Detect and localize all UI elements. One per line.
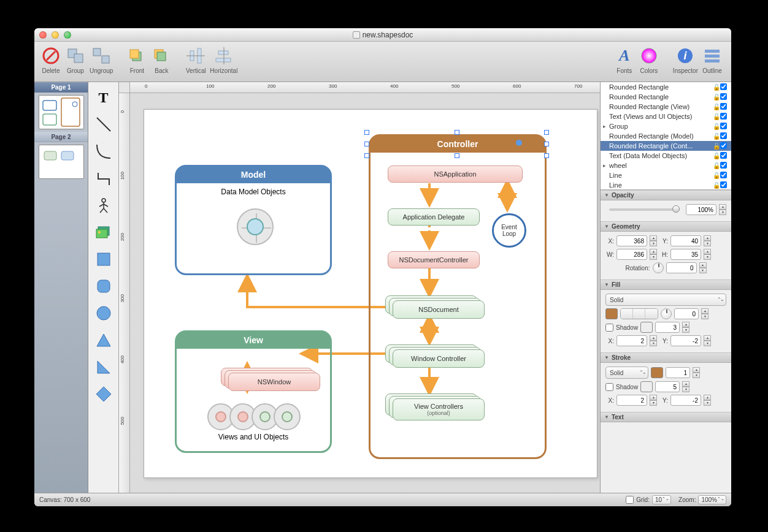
outline-row[interactable]: Rounded Rectangle🔓 — [601, 92, 731, 102]
outline-row[interactable]: Rounded Rectangle (View)🔓 — [601, 102, 731, 112]
line-tool[interactable] — [91, 112, 117, 137]
diamond-tool[interactable] — [91, 381, 117, 407]
lock-icon[interactable]: 🔓 — [713, 172, 720, 179]
lock-icon[interactable]: 🔓 — [713, 182, 720, 189]
outline-row[interactable]: Line🔓 — [601, 170, 731, 180]
back-button[interactable]: Back — [151, 45, 172, 74]
lock-icon[interactable]: 🔓 — [713, 113, 720, 120]
page-2-header[interactable]: Page 2 — [34, 132, 88, 142]
right-triangle-tool[interactable] — [91, 354, 117, 380]
stroke-shadow-x[interactable] — [616, 395, 647, 406]
lock-icon[interactable]: 🔓 — [713, 162, 720, 169]
stick-figure-tool[interactable] — [91, 192, 117, 218]
zoom-select[interactable]: 100% — [698, 495, 726, 504]
rectangle-tool[interactable] — [91, 246, 117, 272]
step-tool[interactable] — [91, 165, 117, 191]
stroke-shadow-color[interactable] — [640, 381, 653, 392]
lock-icon[interactable]: 🔓 — [713, 84, 720, 91]
text-tool[interactable]: T — [91, 85, 117, 110]
rotation-dial[interactable] — [653, 262, 664, 273]
stroke-mode-select[interactable]: Solid — [605, 367, 648, 379]
x-field[interactable] — [616, 235, 647, 246]
lock-icon[interactable]: 🔓 — [713, 94, 720, 101]
page-1-header[interactable]: Page 1 — [34, 82, 88, 93]
nsdocument-node[interactable]: NSDocument — [393, 300, 485, 319]
opacity-slider[interactable] — [609, 208, 680, 211]
window-controller-node[interactable]: Window Controller — [393, 349, 485, 368]
fill-shadow-check[interactable] — [605, 324, 613, 332]
stroke-shadow-y[interactable] — [670, 395, 701, 406]
outline-row[interactable]: Rounded Rectangle (Cont...🔓 — [601, 141, 731, 151]
stroke-width-field[interactable] — [666, 367, 690, 378]
outline-row[interactable]: ▸Group🔓 — [601, 121, 731, 131]
ungroup-button[interactable]: Ungroup — [90, 45, 113, 74]
outline-row[interactable]: Text (Views and UI Objects)🔓 — [601, 112, 731, 121]
page-2-thumbnail[interactable] — [39, 145, 84, 179]
canvas-page[interactable]: Model Data Model Objects View NSWin — [144, 109, 597, 478]
visibility-check[interactable] — [720, 142, 727, 149]
circle-tool[interactable] — [91, 300, 117, 326]
stroke-shadow-check[interactable] — [605, 383, 613, 391]
outline-row[interactable]: Rounded Rectangle (Model)🔓 — [601, 131, 731, 141]
fill-shadow-y[interactable] — [670, 335, 701, 346]
outline-row[interactable]: ▸wheel🔓 — [601, 161, 731, 170]
view-controllers-node[interactable]: View Controllers(optional) — [393, 398, 485, 420]
stroke-shadow-blur[interactable] — [655, 381, 680, 392]
triangle-tool[interactable] — [91, 327, 117, 353]
inspector-button[interactable]: i Inspector — [673, 45, 698, 74]
stroke-color-well[interactable] — [651, 367, 663, 378]
align-vertical-button[interactable]: Vertical — [185, 45, 206, 74]
visibility-check[interactable] — [720, 103, 727, 110]
model-container[interactable]: Model Data Model Objects — [175, 165, 332, 275]
grid-size-select[interactable]: 10 — [652, 495, 671, 504]
align-horizontal-button[interactable]: Horizontal — [210, 45, 237, 74]
fill-mode-select[interactable]: Solid — [605, 294, 726, 306]
front-button[interactable]: Front — [126, 45, 147, 74]
lock-icon[interactable]: 🔓 — [713, 123, 720, 130]
visibility-check[interactable] — [720, 132, 727, 139]
nswindow-node[interactable]: NSWindow — [228, 373, 320, 391]
visibility-check[interactable] — [720, 83, 727, 90]
group-button[interactable]: Group — [65, 45, 86, 74]
canvas-viewport[interactable]: Model Data Model Objects View NSWin — [130, 93, 600, 493]
visibility-check[interactable] — [720, 123, 727, 129]
colors-button[interactable]: Colors — [639, 45, 659, 74]
w-field[interactable] — [616, 249, 647, 260]
lock-icon[interactable]: 🔓 — [713, 143, 720, 150]
opacity-stepper[interactable]: ▴▾ — [719, 204, 726, 215]
lock-icon[interactable]: 🔓 — [713, 153, 720, 159]
opacity-field[interactable] — [686, 204, 716, 215]
fill-shadow-x[interactable] — [616, 335, 647, 346]
outline-row[interactable]: Text (Data Model Objects)🔓 — [601, 151, 731, 161]
visibility-check[interactable] — [720, 162, 727, 169]
outline-list[interactable]: Rounded Rectangle🔓Rounded Rectangle🔓Roun… — [601, 82, 731, 190]
fill-color-well[interactable] — [605, 308, 618, 319]
doc-controller-node[interactable]: NSDocumentController — [388, 251, 480, 268]
rotation-field[interactable] — [666, 262, 697, 273]
lock-icon[interactable]: 🔓 — [713, 104, 720, 110]
outline-button[interactable]: Outline — [702, 45, 723, 74]
fill-shadow-blur[interactable] — [655, 322, 680, 333]
outline-row[interactable]: Rounded Rectangle🔓 — [601, 82, 731, 92]
visibility-check[interactable] — [720, 152, 727, 159]
fill-angle-field[interactable] — [674, 308, 699, 319]
fonts-button[interactable]: A Fonts — [614, 45, 635, 74]
fill-gradient-stops[interactable] — [620, 308, 658, 319]
view-container[interactable]: View NSWindow Views and UI Objects — [175, 330, 332, 453]
h-field[interactable] — [670, 249, 701, 260]
event-loop-node[interactable]: EventLoop — [492, 213, 526, 248]
app-delegate-node[interactable]: Application Delegate — [388, 208, 480, 226]
rounded-rect-tool[interactable] — [91, 273, 117, 299]
page-1-thumbnail[interactable] — [39, 95, 84, 129]
delete-button[interactable]: Delete — [40, 45, 61, 74]
nsapplication-node[interactable]: NSApplication — [388, 165, 523, 183]
visibility-check[interactable] — [720, 93, 727, 100]
controller-container[interactable]: Controller NSApplication Application Del… — [369, 134, 547, 459]
outline-row[interactable]: Line🔓 — [601, 180, 731, 190]
fill-angle-dial[interactable] — [661, 308, 672, 319]
y-field[interactable] — [670, 235, 701, 246]
visibility-check[interactable] — [720, 113, 727, 120]
visibility-check[interactable] — [720, 172, 727, 178]
grid-toggle[interactable] — [626, 496, 634, 504]
lock-icon[interactable]: 🔓 — [713, 133, 720, 140]
